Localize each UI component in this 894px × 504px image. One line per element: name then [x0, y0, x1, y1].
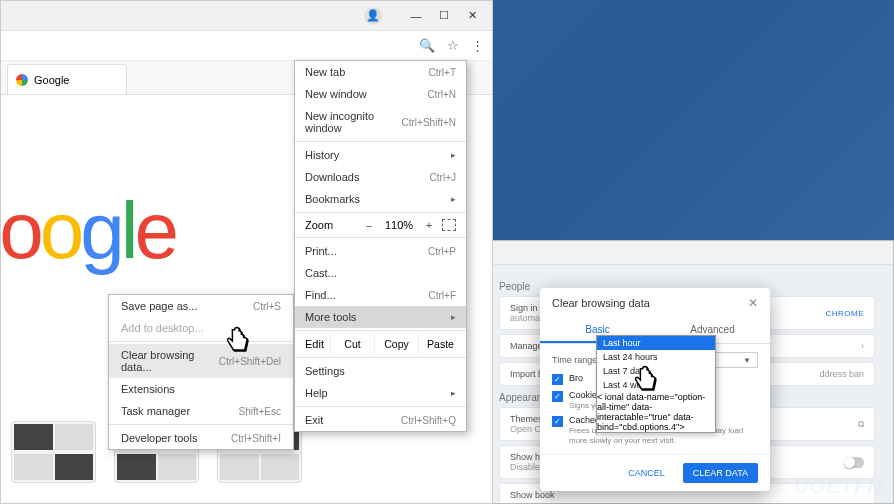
bookmarks-item[interactable]: Bookmarks▸	[295, 188, 466, 210]
separator	[295, 237, 466, 238]
chevron-right-icon: ▸	[451, 194, 456, 204]
developer-tools-item[interactable]: Developer toolsCtrl+Shift+I	[109, 427, 293, 449]
zoom-label: Zoom	[305, 219, 356, 231]
zoom-plus-button[interactable]: +	[420, 219, 438, 231]
task-manager-item[interactable]: Task managerShift+Esc	[109, 400, 293, 422]
history-item[interactable]: History▸	[295, 144, 466, 166]
google-logo: Google	[0, 185, 175, 277]
separator	[109, 424, 293, 425]
clear-browsing-data-item[interactable]: Clear browsing data...Ctrl+Shift+Del	[109, 344, 293, 378]
thumb-1[interactable]	[11, 421, 96, 483]
chevron-right-icon: ▸	[451, 388, 456, 398]
extensions-item[interactable]: Extensions	[109, 378, 293, 400]
zoom-row: Zoom – 110% +	[295, 215, 466, 235]
cast-item[interactable]: Cast...	[295, 262, 466, 284]
chevron-down-icon: ▼	[743, 356, 751, 365]
clear-data-button[interactable]: CLEAR DATA	[683, 463, 758, 483]
toggle-off-icon[interactable]	[844, 457, 864, 468]
exit-item[interactable]: ExitCtrl+Shift+Q	[295, 409, 466, 431]
help-item[interactable]: Help▸	[295, 382, 466, 404]
checkbox-checked-icon[interactable]: ✓	[552, 374, 563, 385]
separator	[295, 212, 466, 213]
checkbox-checked-icon[interactable]: ✓	[552, 391, 563, 402]
watermark-text: UGETFIX	[794, 475, 888, 498]
option-last-7-days[interactable]: Last 7 days	[597, 364, 715, 378]
chevron-right-icon: ▸	[451, 312, 456, 322]
toolbar: 🔍 ☆ ⋮	[1, 31, 492, 61]
paste-button[interactable]: Paste	[418, 335, 462, 353]
separator	[295, 141, 466, 142]
downloads-item[interactable]: DownloadsCtrl+J	[295, 166, 466, 188]
option-last-4-weeks[interactable]: Last 4 weeks	[597, 378, 715, 392]
add-desktop-item: Add to desktop...	[109, 317, 293, 339]
time-range-label: Time range	[552, 355, 597, 365]
option-last-hour[interactable]: Last hour	[597, 336, 715, 350]
zoom-minus-button[interactable]: –	[360, 219, 378, 231]
maximize-button[interactable]: ☐	[430, 5, 458, 27]
more-tools-submenu: Save page as...Ctrl+S Add to desktop... …	[108, 294, 294, 450]
dialog-title: Clear browsing data	[552, 297, 650, 309]
edit-row: Edit Cut Copy Paste	[295, 333, 466, 355]
cancel-button[interactable]: CANCEL	[618, 463, 675, 483]
find-item[interactable]: Find...Ctrl+F	[295, 284, 466, 306]
tab-google[interactable]: Google	[7, 64, 127, 94]
dialog-close-button[interactable]: ✕	[748, 296, 758, 310]
chrome-main-menu: New tabCtrl+T New windowCtrl+N New incog…	[294, 60, 467, 432]
cut-button[interactable]: Cut	[330, 335, 374, 353]
profile-icon[interactable]: 👤	[364, 7, 382, 25]
fullscreen-icon[interactable]	[442, 219, 456, 231]
separator	[295, 330, 466, 331]
separator	[295, 357, 466, 358]
time-range-dropdown: Last hour Last 24 hours Last 7 days Last…	[596, 335, 716, 433]
settings-item[interactable]: Settings	[295, 360, 466, 382]
separator	[109, 341, 293, 342]
checkbox-checked-icon[interactable]: ✓	[552, 416, 563, 427]
chevron-right-icon: ▸	[451, 150, 456, 160]
edit-label: Edit	[299, 335, 330, 353]
minimize-button[interactable]: —	[402, 5, 430, 27]
kebab-menu-icon[interactable]: ⋮	[471, 38, 484, 53]
print-item[interactable]: Print...Ctrl+P	[295, 240, 466, 262]
new-window-item[interactable]: New windowCtrl+N	[295, 83, 466, 105]
new-tab-item[interactable]: New tabCtrl+T	[295, 61, 466, 83]
google-favicon	[16, 74, 28, 86]
copy-button[interactable]: Copy	[374, 335, 418, 353]
zoom-icon[interactable]: 🔍	[419, 38, 435, 53]
save-page-item[interactable]: Save page as...Ctrl+S	[109, 295, 293, 317]
star-icon[interactable]: ☆	[447, 38, 459, 53]
option-last-24-hours[interactable]: Last 24 hours	[597, 350, 715, 364]
close-button[interactable]: ✕	[458, 5, 486, 27]
incognito-item[interactable]: New incognito windowCtrl+Shift+N	[295, 105, 466, 139]
sync-chrome-label: CHROME	[825, 309, 864, 318]
zoom-value: 110%	[382, 219, 416, 231]
titlebar: 👤 — ☐ ✕	[1, 1, 492, 31]
separator	[295, 406, 466, 407]
tab-title: Google	[34, 74, 69, 86]
more-tools-item[interactable]: More tools▸	[295, 306, 466, 328]
